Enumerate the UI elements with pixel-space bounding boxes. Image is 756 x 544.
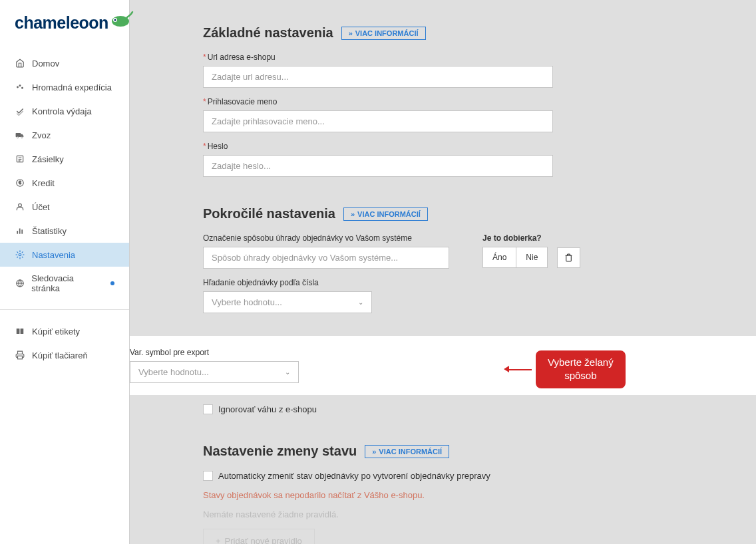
svg-point-15 — [19, 204, 22, 207]
cod-yes-button[interactable]: Áno — [482, 247, 516, 268]
nav-primary: Domov Hromadná expedícia Kontrola výdaja… — [0, 46, 129, 305]
nav-divider — [0, 309, 129, 310]
svg-text:€: € — [19, 180, 21, 185]
home-icon — [15, 58, 25, 68]
chevron-down-icon: ⌄ — [358, 299, 363, 306]
svg-rect-18 — [21, 229, 23, 233]
sidebar-item-credit[interactable]: € Kredit — [0, 171, 129, 195]
status-error-text: Stavy objednávok sa nepodarilo načítať z… — [203, 490, 743, 500]
password-label: *Heslo — [203, 142, 743, 151]
svg-point-3 — [17, 86, 19, 88]
add-rule-label: Pridať nové pravidlo — [225, 536, 302, 544]
chevron-right-icon: » — [372, 448, 376, 456]
cod-label: Je to dobierka? — [482, 233, 580, 243]
section-title-advanced: Pokročilé nastavenia » VIAC INFORMÁCIÍ — [203, 206, 743, 221]
svg-rect-6 — [16, 133, 21, 137]
chart-icon — [15, 225, 25, 236]
sidebar-item-label: Sledovacia stránka — [31, 273, 101, 293]
url-label: *Url adresa e-shopu — [203, 53, 743, 62]
sidebar-item-label: Kúpiť tlačiareň — [32, 350, 88, 360]
sidebar-item-dispatch-check[interactable]: Kontrola výdaja — [0, 99, 129, 123]
sidebar-item-label: Kúpiť etikety — [32, 327, 80, 337]
select-placeholder: Vyberte hodnotu... — [138, 367, 209, 377]
plus-icon: + — [216, 536, 221, 544]
sidebar-item-shipments[interactable]: Zásielky — [0, 147, 129, 171]
chameleon-icon — [107, 9, 134, 29]
more-info-label: VIAC INFORMÁCIÍ — [357, 210, 421, 218]
select-placeholder: Vyberte hodnotu... — [212, 297, 282, 307]
printer-icon — [15, 350, 25, 360]
nav-secondary: Kúpiť etikety Kúpiť tlačiareň — [0, 314, 129, 372]
notification-dot — [110, 281, 114, 285]
sidebar-item-label: Hromadná expedícia — [32, 82, 112, 92]
sidebar-item-label: Štatistiky — [32, 226, 67, 236]
payment-label: Označenie spôsobu úhrady objednávky vo V… — [203, 233, 449, 243]
ignore-weight-checkbox[interactable] — [203, 404, 213, 414]
var-symbol-select[interactable]: Vyberte hodnotu... ⌄ — [130, 361, 299, 383]
sidebar-item-pickup[interactable]: Zvoz — [0, 123, 129, 147]
heading-basic: Základné nastavenia — [203, 25, 333, 41]
password-input[interactable] — [203, 155, 553, 177]
payment-input[interactable] — [203, 247, 449, 269]
svg-point-19 — [19, 253, 21, 256]
sidebar-item-buy-labels[interactable]: Kúpiť etikety — [0, 319, 129, 343]
sidebar-item-bulk-shipping[interactable]: Hromadná expedícia — [0, 75, 129, 99]
var-symbol-label: Var. symbol pre export — [130, 348, 756, 357]
sidebar-item-label: Zásielky — [32, 154, 64, 164]
no-rules-text: Nemáte nastavené žiadne pravidlá. — [203, 509, 743, 519]
euro-icon: € — [15, 178, 25, 188]
check-icon — [15, 106, 25, 116]
url-input[interactable] — [203, 66, 553, 88]
labels-icon — [15, 326, 25, 337]
callout-line2: spôsob — [564, 370, 596, 381]
more-info-status-button[interactable]: » VIAC INFORMÁCIÍ — [365, 445, 449, 458]
sidebar-item-label: Kontrola výdaja — [32, 106, 92, 116]
ignore-weight-label: Ignorovať váhu z e-shopu — [218, 404, 317, 414]
auto-change-label: Automaticky zmeniť stav objednávky po vy… — [218, 471, 490, 481]
login-input[interactable] — [203, 110, 553, 132]
sidebar-item-tracking-page[interactable]: Sledovacia stránka — [0, 267, 129, 300]
main-content: Základné nastavenia » VIAC INFORMÁCIÍ *U… — [130, 0, 756, 544]
sidebar-item-buy-printer[interactable]: Kúpiť tlačiareň — [0, 343, 129, 367]
svg-point-2 — [114, 19, 116, 21]
sidebar-item-statistics[interactable]: Štatistiky — [0, 219, 129, 243]
more-info-advanced-button[interactable]: » VIAC INFORMÁCIÍ — [343, 207, 428, 221]
user-icon — [15, 202, 25, 212]
sidebar-item-label: Domov — [32, 59, 59, 68]
sidebar: chameleoon Domov — [0, 0, 130, 544]
svg-point-4 — [19, 84, 21, 86]
more-info-label: VIAC INFORMÁCIÍ — [379, 448, 442, 456]
login-label: *Prihlasovacie meno — [203, 97, 743, 106]
dashboard-icon — [15, 82, 25, 92]
svg-rect-17 — [19, 229, 21, 234]
cod-no-button[interactable]: Nie — [516, 247, 548, 268]
chevron-down-icon: ⌄ — [285, 368, 290, 376]
sidebar-item-label: Nastavenia — [32, 250, 75, 260]
sidebar-item-label: Zvoz — [32, 130, 51, 140]
trash-icon — [564, 253, 573, 262]
heading-status: Nastavenie zmeny stavu — [203, 444, 357, 459]
section-title-status: Nastavenie zmeny stavu » VIAC INFORMÁCIÍ — [203, 444, 743, 459]
callout-line1: Vyberte želaný — [548, 356, 614, 368]
callout-tooltip: Vyberte želaný spôsob — [536, 350, 626, 388]
logo-text: chameleoon — [15, 13, 108, 33]
chevron-right-icon: » — [351, 210, 355, 218]
cod-delete-button[interactable] — [557, 247, 580, 268]
logo-area: chameleoon — [0, 0, 129, 46]
list-icon — [15, 154, 25, 164]
svg-rect-22 — [17, 329, 20, 334]
svg-rect-24 — [18, 356, 23, 359]
auto-change-checkbox[interactable] — [203, 471, 213, 481]
section-title-basic: Základné nastavenia » VIAC INFORMÁCIÍ — [203, 25, 743, 41]
sidebar-item-account[interactable]: Účet — [0, 195, 129, 219]
more-info-basic-button[interactable]: » VIAC INFORMÁCIÍ — [341, 27, 426, 40]
order-search-label: Hľadanie objednávky podľa čísla — [203, 278, 743, 287]
order-search-select[interactable]: Vyberte hodnotu... ⌄ — [203, 291, 372, 313]
sidebar-item-settings[interactable]: Nastavenia — [0, 243, 129, 267]
svg-point-5 — [21, 87, 23, 89]
sidebar-item-home[interactable]: Domov — [0, 51, 129, 75]
logo[interactable]: chameleoon — [15, 13, 114, 33]
svg-rect-16 — [17, 231, 18, 234]
svg-point-8 — [21, 136, 23, 138]
chevron-right-icon: » — [349, 29, 353, 37]
